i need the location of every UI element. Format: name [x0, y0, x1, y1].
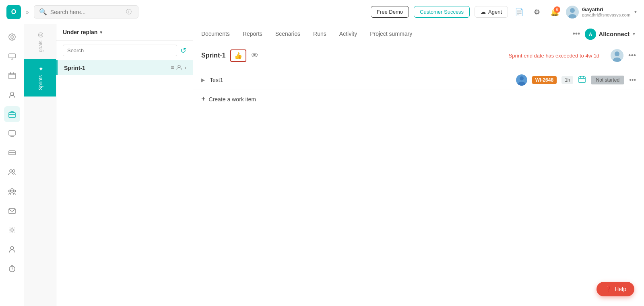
tab-sprints[interactable]: ✦ Sprints [24, 59, 56, 97]
sidebar-item-team[interactable] [4, 164, 20, 180]
settings-icon-button[interactable]: ⚙ [530, 6, 543, 18]
customer-success-button[interactable]: Customer Success [414, 6, 470, 18]
row-expand-arrow[interactable]: ▶ [201, 77, 205, 83]
svg-point-4 [11, 36, 13, 38]
svg-point-21 [10, 170, 12, 172]
svg-rect-19 [9, 151, 15, 155]
sidebar-item-profile[interactable] [4, 241, 20, 257]
profile-icon [8, 245, 16, 253]
create-work-item[interactable]: + Create a work item [193, 90, 644, 108]
sidebar-item-timer[interactable] [4, 261, 20, 277]
svg-point-22 [12, 170, 15, 172]
subnav-project-summary[interactable]: Project summary [370, 29, 412, 39]
sprint-panel-header: Under replan ▼ [56, 24, 193, 41]
user-email: gayathri@snovasys.com [582, 12, 630, 17]
svg-point-27 [11, 229, 13, 231]
free-demo-button[interactable]: Free Demo [371, 6, 409, 18]
sprint-user-svg [176, 64, 182, 70]
sidebar-item-monitor[interactable] [4, 48, 20, 64]
info-icon[interactable]: ⓘ [126, 8, 132, 16]
sidebar-item-groups[interactable] [4, 183, 20, 199]
sidebar-item-analytics[interactable] [4, 29, 20, 45]
svg-point-1 [570, 8, 575, 13]
document-icon-button[interactable]: 📄 [513, 6, 526, 18]
sprints-icon: ✦ [38, 65, 43, 73]
main-content: ◎ goals ✦ Sprints Under replan ▼ ↺ Sprin… [0, 24, 644, 306]
project-name: A Allconnect ▼ [585, 29, 636, 40]
sidebar-item-calendar[interactable] [4, 68, 20, 84]
project-dropdown-arrow[interactable]: ▼ [632, 32, 636, 36]
svg-point-23 [11, 189, 13, 191]
sub-nav-right: ••• A Allconnect ▼ [573, 29, 636, 40]
groups-icon [8, 187, 16, 195]
svg-text:A: A [589, 32, 592, 37]
plus-icon: + [201, 95, 206, 103]
sprint-board-dots[interactable]: ••• [628, 51, 636, 60]
sidebar-item-users[interactable] [4, 87, 20, 103]
mail-icon [8, 207, 16, 215]
help-button[interactable]: ❓ Help [597, 282, 634, 296]
sub-nav-dots[interactable]: ••• [573, 30, 580, 38]
replan-dropdown-arrow: ▼ [99, 30, 103, 35]
agent-button[interactable]: ☁ Agent [475, 6, 508, 18]
work-item-name[interactable]: Test1 [210, 77, 511, 83]
sidebar-item-mail[interactable] [4, 203, 20, 219]
sprint-menu-icon[interactable]: ≡ [171, 64, 174, 71]
eye-icon[interactable]: 👁 [251, 51, 258, 60]
user-name: Gayathri [582, 6, 630, 12]
reset-icon[interactable]: ↺ [180, 46, 186, 55]
sprint-content: Documents Reports Scenarios Runs Activit… [193, 24, 644, 306]
cloud-icon: ☁ [481, 9, 486, 15]
status-badge[interactable]: Not started [591, 76, 624, 84]
row-dots[interactable]: ••• [629, 76, 636, 84]
subnav-documents[interactable]: Documents [201, 29, 230, 39]
notification-icon-button[interactable]: 🔔 5 [548, 6, 561, 18]
tab-goals[interactable]: ◎ goals [24, 24, 56, 59]
avatar-svg [566, 6, 579, 18]
notification-badge: 5 [554, 6, 560, 13]
subnav-scenarios[interactable]: Scenarios [275, 29, 300, 39]
sidebar-item-settings[interactable] [4, 222, 20, 238]
cal-icon-svg [578, 75, 586, 83]
sprint-arrow-icon[interactable]: › [184, 64, 186, 71]
sprint-warning: Sprint end date has exceeded to 4w 1d [263, 53, 599, 59]
time-badge: 1h [561, 76, 573, 84]
tab-goals-label: goals [38, 41, 43, 52]
svg-point-24 [8, 190, 10, 192]
user-dropdown-arrow[interactable]: ▼ [634, 10, 638, 14]
user-icon [8, 91, 16, 99]
subnav-runs[interactable]: Runs [313, 29, 326, 39]
thumbs-up-icon: 👍 [234, 52, 242, 60]
monitor-icon [8, 52, 16, 60]
sidebar-item-screen[interactable] [4, 125, 20, 142]
calendar-action-icon[interactable] [578, 75, 586, 85]
replan-button[interactable]: Under replan ▼ [63, 29, 103, 35]
logo-button[interactable]: O [6, 5, 21, 19]
sidebar-item-card[interactable] [4, 145, 20, 161]
expand-icon[interactable]: » [26, 9, 29, 15]
analytics-icon [8, 33, 16, 41]
top-header: O » 🔍 ⓘ Free Demo Customer Success ☁ Age… [0, 0, 644, 24]
user-info[interactable]: Gayathri gayathri@snovasys.com ▼ [566, 6, 638, 18]
svg-rect-7 [9, 54, 15, 58]
project-avatar-svg: A [585, 29, 596, 40]
sprint-item[interactable]: Sprint-1 ≡ › [56, 60, 193, 75]
svg-rect-26 [9, 209, 15, 214]
sprint-item-actions: ≡ › [171, 64, 186, 71]
sprint-item-label: Sprint-1 [64, 65, 171, 71]
secondary-sidebar: ◎ goals ✦ Sprints [24, 24, 56, 306]
team-icon [8, 168, 16, 176]
svg-rect-42 [579, 77, 585, 82]
subnav-reports[interactable]: Reports [243, 29, 262, 39]
project-avatar: A [585, 29, 596, 40]
sprint-user-icon[interactable] [176, 64, 182, 71]
sidebar-item-work[interactable] [4, 106, 20, 122]
thumbs-up-button[interactable]: 👍 [230, 49, 246, 62]
search-icon: 🔍 [39, 8, 47, 16]
subnav-activity[interactable]: Activity [339, 29, 357, 39]
sprint-title: Sprint-1 [201, 52, 225, 59]
screen-icon [8, 129, 16, 138]
search-input[interactable] [50, 9, 123, 15]
sprint-search-input[interactable] [63, 45, 177, 56]
sprint-panel: Under replan ▼ ↺ Sprint-1 ≡ › [56, 24, 193, 306]
